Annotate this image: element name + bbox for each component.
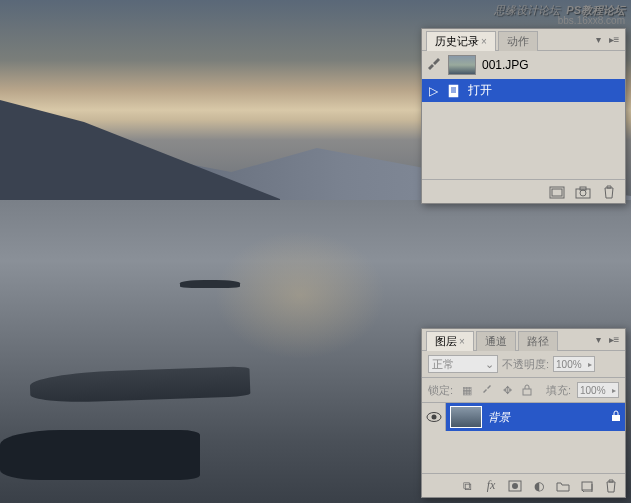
- svg-rect-12: [612, 415, 620, 421]
- tab-history[interactable]: 历史记录×: [426, 31, 496, 51]
- document-icon: [446, 84, 462, 98]
- layer-effects-icon[interactable]: fx: [483, 478, 499, 494]
- watermark-url: bbs.16xx8.com: [558, 15, 625, 26]
- layers-titlebar: 图层× 通道 路径 ▾ ▸≡: [422, 329, 625, 351]
- fill-label: 填充:: [546, 383, 571, 398]
- tab-actions[interactable]: 动作: [498, 31, 538, 51]
- close-icon[interactable]: ×: [459, 336, 465, 347]
- menu-icon[interactable]: ▸≡: [607, 333, 621, 347]
- lock-position-icon[interactable]: ✥: [499, 382, 515, 398]
- history-source-row[interactable]: 001.JPG: [422, 51, 625, 79]
- layer-content[interactable]: 背景: [446, 403, 625, 431]
- history-panel: 历史记录× 动作 ▾ ▸≡ 001.JPG ▷ 打开: [421, 28, 626, 204]
- lock-all-icon[interactable]: [519, 382, 535, 398]
- svg-rect-9: [523, 389, 531, 395]
- svg-rect-5: [552, 189, 562, 196]
- lock-pixels-icon[interactable]: [479, 382, 495, 398]
- layer-group-icon[interactable]: [555, 478, 571, 494]
- adjustment-layer-icon[interactable]: ◐: [531, 478, 547, 494]
- eye-icon: [426, 411, 442, 423]
- history-titlebar: 历史记录× 动作 ▾ ▸≡: [422, 29, 625, 51]
- svg-rect-15: [582, 482, 592, 490]
- history-footer: [422, 179, 625, 203]
- minimize-icon[interactable]: ▾: [591, 333, 605, 347]
- history-marker-icon: ▷: [426, 84, 440, 98]
- tab-paths[interactable]: 路径: [518, 331, 558, 351]
- opacity-input[interactable]: 100%▸: [553, 356, 595, 372]
- visibility-toggle[interactable]: [422, 403, 446, 431]
- new-snapshot-icon[interactable]: [549, 184, 565, 200]
- layers-body: 正常⌄ 不透明度: 100%▸ 锁定: ▦ ✥ 填充: 100%▸: [422, 351, 625, 497]
- tab-channels[interactable]: 通道: [476, 331, 516, 351]
- svg-point-11: [431, 415, 436, 420]
- svg-rect-0: [449, 85, 458, 97]
- layers-list: 背景: [422, 403, 625, 473]
- chevron-down-icon: ⌄: [485, 358, 494, 371]
- layer-name: 背景: [488, 410, 510, 425]
- layers-panel: 图层× 通道 路径 ▾ ▸≡ 正常⌄ 不透明度: 100%▸ 锁定: ▦: [421, 328, 626, 498]
- history-item-open[interactable]: ▷ 打开: [422, 79, 625, 102]
- link-layers-icon[interactable]: ⧉: [459, 478, 475, 494]
- camera-icon[interactable]: [575, 184, 591, 200]
- brush-source-icon: [426, 58, 442, 72]
- trash-icon[interactable]: [601, 184, 617, 200]
- lock-icon: [611, 410, 621, 424]
- layer-row[interactable]: 背景: [422, 403, 625, 431]
- menu-icon[interactable]: ▸≡: [607, 33, 621, 47]
- tab-layers[interactable]: 图层×: [426, 331, 474, 351]
- history-source-name: 001.JPG: [482, 58, 529, 72]
- trash-icon[interactable]: [603, 478, 619, 494]
- lock-transparency-icon[interactable]: ▦: [459, 382, 475, 398]
- water-reflection: [200, 220, 400, 370]
- layers-options-row: 正常⌄ 不透明度: 100%▸: [422, 351, 625, 378]
- layer-thumbnail: [450, 406, 482, 428]
- boat-near: [0, 430, 200, 480]
- minimize-icon[interactable]: ▾: [591, 33, 605, 47]
- layer-mask-icon[interactable]: [507, 478, 523, 494]
- opacity-label: 不透明度:: [502, 357, 549, 372]
- history-body: 001.JPG ▷ 打开: [422, 51, 625, 179]
- blend-mode-select[interactable]: 正常⌄: [428, 355, 498, 373]
- layers-lock-row: 锁定: ▦ ✥ 填充: 100%▸: [422, 378, 625, 403]
- svg-point-14: [512, 483, 518, 489]
- lock-label: 锁定:: [428, 383, 453, 398]
- layers-footer: ⧉ fx ◐: [422, 473, 625, 497]
- boat-far: [180, 280, 240, 288]
- new-layer-icon[interactable]: [579, 478, 595, 494]
- svg-point-7: [580, 190, 586, 196]
- fill-input[interactable]: 100%▸: [577, 382, 619, 398]
- history-thumbnail: [448, 55, 476, 75]
- history-item-label: 打开: [468, 82, 492, 99]
- close-icon[interactable]: ×: [481, 36, 487, 47]
